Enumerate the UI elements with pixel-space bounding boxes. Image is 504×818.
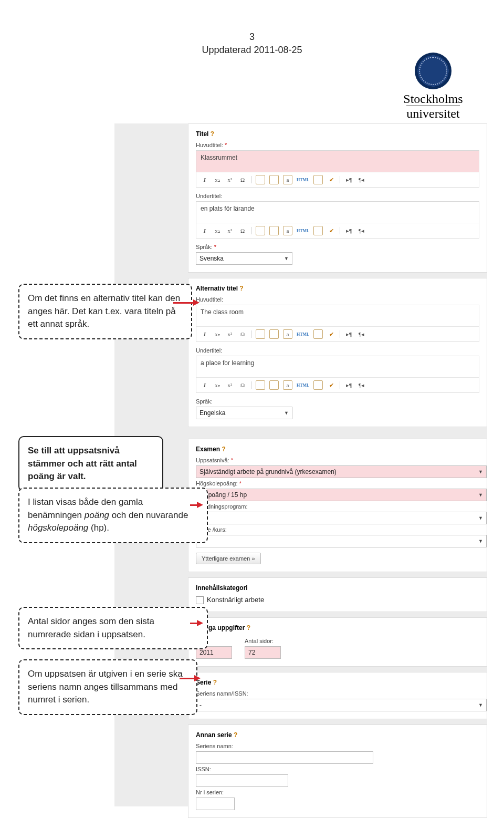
rtl-icon[interactable]: ¶◂ [357,175,365,184]
prog-select[interactable]: ▼ [196,512,487,524]
help-icon[interactable]: ? [222,446,225,453]
bold-icon[interactable]: I [201,330,209,338]
html-icon[interactable]: HTML [297,381,309,389]
rtl-icon[interactable]: ¶◂ [357,226,365,235]
konstnarligt-label: Konstnärligt arbete [207,596,264,604]
paste-icon[interactable] [256,175,265,184]
prog-label: Utbildningsprogram: [196,503,479,510]
bold-icon[interactable]: I [201,226,209,235]
paste-icon[interactable] [256,226,265,235]
undertitel-input[interactable]: en plats för lärande [196,201,479,223]
paste-word-icon[interactable] [269,329,279,339]
sidor-label: Antal sidor: [245,638,281,644]
paste-word-icon[interactable] [269,226,279,235]
annan-namn-label: Seriens namn: [196,743,479,749]
editor-toolbar[interactable]: I x₂ x² Ω a HTML ✔ ▸¶ ¶◂ [196,326,479,342]
arrow-head-icon [197,502,203,508]
help-icon[interactable]: ? [239,285,243,292]
huvudtitel-input[interactable]: Klassrummet [196,150,479,172]
paste-word-icon[interactable] [269,380,279,390]
alt-sprak-select[interactable]: Engelska▼ [196,407,292,419]
html-icon[interactable]: HTML [297,226,309,235]
serie-panel: Serie ? Seriens namn/ISSN: -▼ [188,672,487,719]
alt-undertitel-input[interactable]: a place for learning [196,356,479,378]
innehall-panel: Innehållskategori Konstnärligt arbete [188,577,487,612]
alt-heading: Alternativ titel [196,285,238,292]
check-icon[interactable]: ✔ [327,330,335,338]
editor-toolbar[interactable]: I x₂ x² Ω a HTML ✔ ▸¶ ¶◂ [196,223,479,239]
arrow-icon [173,302,194,304]
paste-word-icon[interactable] [269,175,279,184]
check-icon[interactable]: ✔ [327,226,335,235]
omega-icon[interactable]: Ω [238,330,247,338]
subscript-icon[interactable]: x₂ [213,330,222,338]
subscript-icon[interactable]: x₂ [213,226,222,235]
arrow-head-icon [197,620,203,626]
ltr-icon[interactable]: ▸¶ [344,226,353,235]
innehall-heading: Innehållskategori [196,584,479,592]
sprak-select[interactable]: Svenska▼ [196,252,292,265]
annan-serie-panel: Annan serie ? Seriens namn: ISSN: Nr i s… [188,724,487,818]
check-icon[interactable]: ✔ [327,175,335,184]
huvudtitel-label: Huvudtitel: [196,142,223,148]
img-icon[interactable] [313,226,323,235]
konstnarligt-checkbox[interactable] [196,596,204,604]
ltr-icon[interactable]: ▸¶ [344,175,353,184]
rtl-icon[interactable]: ¶◂ [357,381,365,389]
callout-pages: Antal sidor anges som den sista numrerad… [18,607,208,649]
alt-huvudtitel-input[interactable]: The class room [196,305,479,327]
html-icon[interactable]: HTML [297,330,309,338]
help-icon[interactable]: ? [247,624,250,631]
img-icon[interactable] [313,175,323,184]
hp-select[interactable]: 10 poäng / 15 hp▼ [196,489,487,501]
html-icon[interactable]: HTML [297,175,309,184]
subscript-icon[interactable]: x₂ [213,175,222,184]
alt-undertitel-label: Undertitel: [196,347,479,354]
help-icon[interactable]: ? [213,679,217,686]
bold-icon[interactable]: I [201,175,209,184]
char-icon[interactable]: a [283,226,292,235]
char-icon[interactable]: a [283,380,292,390]
amne-select[interactable]: ▼ [196,535,487,547]
annan-issn-label: ISSN: [196,766,479,772]
superscript-icon[interactable]: x² [226,381,234,389]
paste-icon[interactable] [256,380,265,390]
ltr-icon[interactable]: ▸¶ [344,330,353,338]
annan-nr-input[interactable] [196,798,235,810]
superscript-icon[interactable]: x² [226,175,234,184]
sidor-input[interactable] [245,646,281,659]
help-icon[interactable]: ? [211,130,214,138]
ltr-icon[interactable]: ▸¶ [344,381,353,389]
rtl-icon[interactable]: ¶◂ [357,330,365,338]
editor-toolbar[interactable]: I x₂ x² Ω a HTML ✔ ▸¶ ¶◂ [196,377,479,393]
callout-hp: I listan visas både den gamla benämninge… [18,488,208,543]
check-icon[interactable]: ✔ [327,381,335,389]
char-icon[interactable]: a [283,329,292,339]
crest-icon [415,53,452,89]
logo-line1: Stockholms [403,92,463,106]
bold-icon[interactable]: I [201,381,209,389]
logo-line2: universitet [406,106,459,120]
chevron-down-icon: ▼ [478,492,483,498]
serie-namn-select[interactable]: -▼ [196,699,487,711]
img-icon[interactable] [313,380,323,390]
subscript-icon[interactable]: x₂ [213,381,222,389]
help-icon[interactable]: ? [234,731,237,739]
superscript-icon[interactable]: x² [226,330,234,338]
omega-icon[interactable]: Ω [238,381,247,389]
img-icon[interactable] [313,329,323,339]
omega-icon[interactable]: Ω [238,226,247,235]
char-icon[interactable]: a [283,175,292,184]
sprak-label: Språk: [196,244,213,250]
niva-select[interactable]: Självständigt arbete på grundnivå (yrkes… [196,465,487,478]
more-examen-button[interactable]: Ytterligare examen » [196,553,261,564]
annan-nr-label: Nr i serien: [196,789,479,795]
annan-issn-input[interactable] [196,774,288,787]
annan-namn-input[interactable] [196,751,373,764]
editor-toolbar[interactable]: I x₂ x² Ω a HTML ✔ ▸¶ ¶◂ [196,172,479,188]
chevron-down-icon: ▼ [478,515,483,521]
paste-icon[interactable] [256,329,265,339]
superscript-icon[interactable]: x² [226,226,234,235]
callout-series: Om uppsatsen är utgiven i en serie ska s… [18,659,197,715]
omega-icon[interactable]: Ω [238,175,247,184]
